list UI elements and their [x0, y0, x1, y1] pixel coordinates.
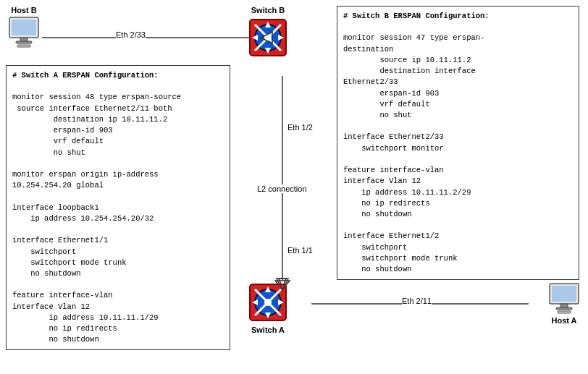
diagram-container: Host B Eth 2/33 Switch B — [0, 0, 588, 374]
config-b-title: # Switch B ERSPAN Configuration: — [343, 11, 573, 22]
host-a: Host A — [546, 282, 582, 325]
config-a-title: # Switch A ERSPAN Configuration: — [12, 70, 224, 81]
svg-rect-31 — [560, 304, 568, 307]
svg-marker-35 — [277, 279, 288, 290]
host-b-icon — [6, 16, 42, 48]
config-b-content: monitor session 47 type erspan- destinat… — [343, 22, 573, 275]
svg-rect-32 — [556, 307, 572, 310]
svg-rect-33 — [558, 311, 571, 313]
svg-point-24 — [264, 299, 272, 306]
eth-1-2-label: Eth 1/2 — [287, 123, 313, 132]
svg-rect-8 — [20, 38, 28, 41]
config-a-content: monitor session 48 type erspan-source so… — [12, 81, 224, 345]
svg-rect-9 — [16, 41, 32, 43]
svg-rect-7 — [12, 20, 36, 35]
l2-connection-label: L2 connection — [257, 184, 307, 193]
host-a-label: Host A — [551, 316, 576, 325]
arrow-switch-b — [259, 31, 274, 44]
svg-rect-30 — [552, 286, 576, 302]
eth-2-11-label: Eth 2/11 — [402, 297, 432, 305]
svg-marker-34 — [261, 32, 272, 43]
host-a-icon — [546, 282, 582, 315]
svg-rect-10 — [17, 45, 30, 47]
config-box-switch-b: # Switch B ERSPAN Configuration: monitor… — [337, 6, 579, 280]
arrow-switch-a — [276, 277, 289, 292]
config-box-switch-a: # Switch A ERSPAN Configuration: monitor… — [6, 65, 230, 350]
switch-a-label: Switch A — [251, 326, 285, 334]
eth-1-1-label: Eth 1/1 — [287, 246, 313, 255]
eth-2-33-label: Eth 2/33 — [116, 30, 146, 39]
switch-b-label: Switch B — [251, 6, 285, 14]
host-b-label: Host B — [11, 6, 36, 14]
host-b: Host B — [6, 6, 42, 48]
